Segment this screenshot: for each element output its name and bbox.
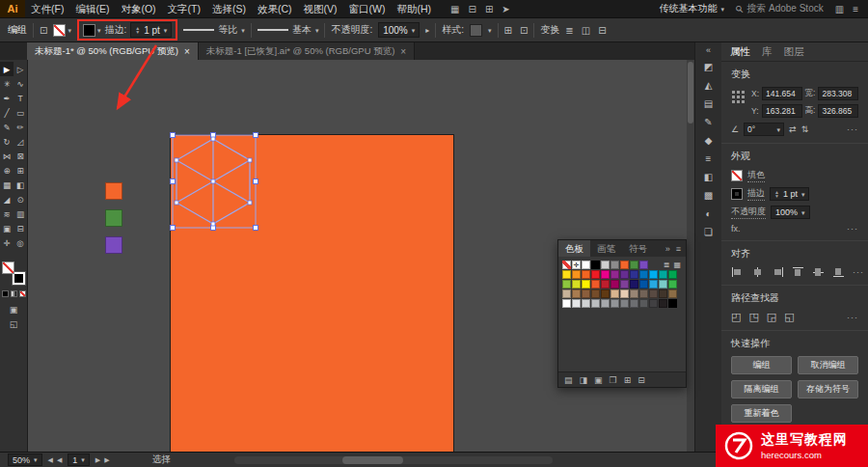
blend-tool[interactable]: ⊙ bbox=[14, 192, 27, 206]
swatch[interactable] bbox=[659, 299, 667, 308]
swatches-panel-icon[interactable]: ▤ bbox=[704, 98, 713, 109]
fill-link[interactable]: 填色 bbox=[747, 169, 765, 182]
tab-brushes[interactable]: 画笔 bbox=[590, 240, 622, 257]
swatch[interactable] bbox=[591, 299, 600, 308]
bridge-icon[interactable]: ▦ bbox=[450, 4, 459, 14]
swatch[interactable] bbox=[582, 261, 590, 269]
workspace-switcher[interactable]: 传统基本功能 bbox=[659, 2, 724, 15]
tab-untitled-1-recovered[interactable]: 未标题-1 [已恢复].ai* @ 50% (RGB/GPU 预览)× bbox=[199, 42, 415, 60]
more-options-button[interactable]: ··· bbox=[847, 313, 858, 322]
more-options-button[interactable]: ··· bbox=[847, 224, 858, 234]
view-menu[interactable]: 视图(V) bbox=[298, 0, 343, 17]
appearance-panel-icon[interactable]: ◐ bbox=[705, 208, 711, 219]
align-left-icon[interactable] bbox=[731, 266, 744, 278]
swatch[interactable] bbox=[668, 280, 677, 288]
swatch-kinds-icon[interactable]: ◨ bbox=[580, 375, 588, 385]
unite-icon[interactable]: ◰ bbox=[731, 311, 741, 323]
swatch-options-icon[interactable]: ▣ bbox=[594, 375, 603, 385]
swatch[interactable] bbox=[591, 261, 600, 269]
effect-menu[interactable]: 效果(C) bbox=[252, 0, 298, 17]
swatch[interactable] bbox=[582, 270, 590, 279]
perspective-grid-tool[interactable]: ⊞ bbox=[14, 163, 27, 178]
height-field[interactable]: 326.865 bbox=[818, 104, 858, 118]
tab-close-icon[interactable]: × bbox=[184, 46, 190, 57]
opacity-link[interactable]: 不透明度 bbox=[731, 206, 766, 219]
free-transform-tool[interactable]: ⊠ bbox=[14, 149, 27, 163]
swatch[interactable] bbox=[659, 280, 667, 288]
swatch[interactable] bbox=[572, 280, 581, 288]
swatch[interactable] bbox=[610, 270, 619, 279]
mesh-tool[interactable]: ▦ bbox=[0, 178, 14, 192]
tab-properties[interactable]: 属性 bbox=[730, 45, 750, 59]
window-menu[interactable]: 窗口(W) bbox=[343, 0, 392, 17]
exclude-icon[interactable]: ◱ bbox=[784, 311, 794, 323]
swatch[interactable] bbox=[630, 261, 638, 269]
slice-tool[interactable]: ⊟ bbox=[14, 221, 27, 235]
swatch[interactable] bbox=[659, 289, 667, 298]
align-center-icon[interactable] bbox=[751, 266, 764, 278]
collapse-panels-icon[interactable]: ▥ bbox=[835, 4, 844, 14]
swatch[interactable] bbox=[620, 270, 629, 279]
swatch[interactable] bbox=[572, 270, 581, 279]
fill-color-control[interactable] bbox=[53, 24, 71, 37]
file-menu[interactable]: 文件(F) bbox=[25, 0, 69, 17]
intersect-icon[interactable]: ◲ bbox=[767, 311, 776, 323]
lasso-tool[interactable]: ∿ bbox=[14, 76, 27, 91]
object-menu[interactable]: 对象(O) bbox=[115, 0, 161, 17]
opacity-field[interactable]: 100% bbox=[378, 22, 420, 38]
first-artboard-icon[interactable]: ◀ bbox=[48, 456, 53, 464]
line-segment-tool[interactable]: ╱ bbox=[0, 105, 14, 120]
direct-selection-tool[interactable]: ▷ bbox=[14, 62, 27, 76]
magic-wand-tool[interactable]: ✳ bbox=[0, 76, 14, 91]
align-middle-icon[interactable] bbox=[812, 266, 825, 278]
stock-search[interactable]: ⚲ 搜索 Adobe Stock bbox=[736, 2, 824, 15]
color-chip[interactable] bbox=[105, 236, 122, 254]
fill-swatch[interactable] bbox=[731, 170, 743, 181]
stroke-width-stepper[interactable]: 1 pt bbox=[770, 187, 809, 201]
swatch[interactable] bbox=[610, 289, 619, 298]
grid-view-icon[interactable]: ▦ bbox=[673, 261, 681, 269]
vertical-scrollbar[interactable] bbox=[687, 60, 694, 452]
pencil-tool[interactable]: ✏ bbox=[14, 120, 27, 134]
color-guide-panel-icon[interactable]: ◭ bbox=[705, 80, 713, 91]
swatch[interactable] bbox=[601, 270, 610, 279]
swatch[interactable] bbox=[562, 299, 571, 308]
gradient-mode-icon[interactable] bbox=[11, 290, 17, 297]
opacity-field[interactable]: 100% bbox=[771, 206, 810, 219]
panel-expand-icon[interactable]: » bbox=[665, 244, 670, 254]
zoom-tool[interactable]: ◎ bbox=[14, 235, 27, 250]
flip-horizontal-icon[interactable]: ⇄ bbox=[789, 124, 797, 134]
new-color-group-icon[interactable]: ❐ bbox=[610, 375, 617, 385]
style-swatch[interactable] bbox=[470, 24, 482, 37]
save-as-symbol-button[interactable]: 存储为符号 bbox=[798, 380, 858, 398]
swatch[interactable] bbox=[582, 289, 590, 298]
swatch[interactable] bbox=[639, 289, 648, 298]
swatch[interactable] bbox=[630, 270, 638, 279]
swatch[interactable] bbox=[601, 280, 610, 288]
tab-untitled-1[interactable]: 未标题-1* @ 50% (RGB/GPU 预览)× bbox=[27, 42, 199, 60]
scale-tool[interactable]: ◿ bbox=[14, 134, 27, 149]
more-options-button[interactable]: ··· bbox=[847, 124, 858, 134]
symbol-sprayer-tool[interactable]: ≋ bbox=[0, 206, 14, 221]
swatch[interactable] bbox=[610, 299, 619, 308]
swatch[interactable] bbox=[591, 289, 600, 298]
horizontal-scrollbar-thumb[interactable] bbox=[342, 456, 403, 464]
next-artboard-icon[interactable]: ▶ bbox=[95, 456, 100, 464]
help-menu[interactable]: 帮助(H) bbox=[392, 0, 438, 17]
symbols-panel-icon[interactable]: ◆ bbox=[705, 135, 713, 146]
align-objects-icon[interactable]: ≣ bbox=[565, 25, 573, 36]
more-options-button[interactable]: ··· bbox=[853, 267, 864, 277]
screen-mode-icon[interactable]: ⊞ bbox=[485, 4, 493, 14]
swatch[interactable] bbox=[591, 280, 600, 288]
swatch[interactable] bbox=[620, 289, 629, 298]
gradient-panel-icon[interactable]: ◧ bbox=[704, 172, 713, 182]
color-chip[interactable] bbox=[105, 209, 122, 227]
swatch[interactable] bbox=[572, 289, 581, 298]
swatch[interactable] bbox=[601, 261, 610, 269]
layers-panel-icon[interactable]: ❏ bbox=[704, 227, 713, 237]
selection-tool[interactable]: ▶ bbox=[0, 62, 14, 76]
app-menu-icon[interactable]: ≡ bbox=[853, 4, 858, 14]
color-chip[interactable] bbox=[105, 182, 122, 200]
stepper-arrows-icon[interactable] bbox=[135, 26, 140, 34]
width-tool[interactable]: ⋈ bbox=[0, 149, 14, 163]
